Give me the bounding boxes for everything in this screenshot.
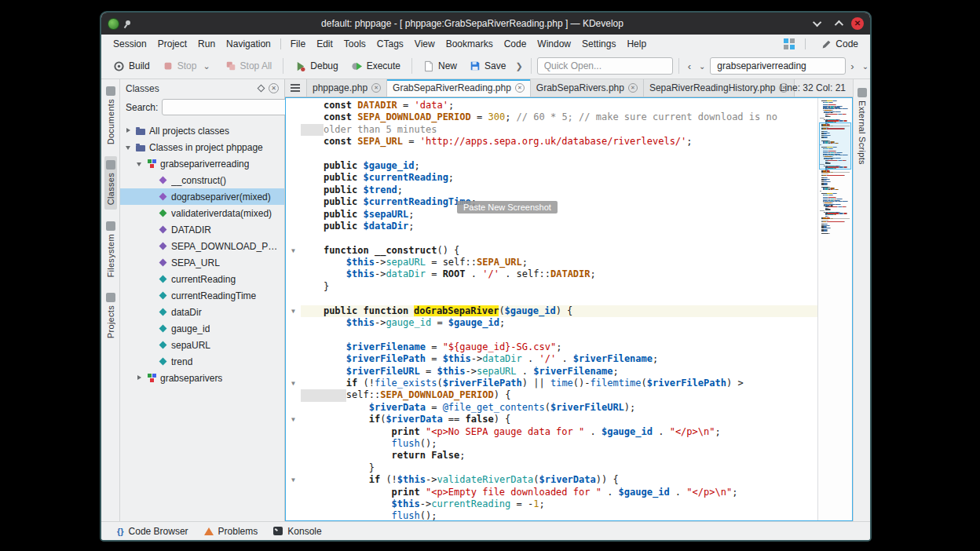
menu-settings[interactable]: Settings [576,36,621,52]
code-line[interactable]: $riverFilePath = $this->dataDir . '/' . … [286,353,817,365]
code-line[interactable]: print "<p>No SEPA gauge data for " . $ga… [286,426,817,438]
tree-item-grabseparivers[interactable]: grabseparivers [120,370,284,386]
code-line[interactable]: self::SEPA_DOWNLOAD_PERIOD) { [286,389,817,401]
menu-help[interactable]: Help [621,36,652,52]
code-line[interactable]: public $trend; [286,184,817,196]
code-line[interactable]: } [286,462,817,474]
menu-run[interactable]: Run [192,36,221,52]
code-line[interactable]: flush(); [286,510,817,520]
menu-ctags[interactable]: CTags [371,36,409,52]
code-line[interactable]: $this->sepaURL = self::SEPA_URL; [286,257,817,268]
menu-view[interactable]: View [409,36,441,52]
code-line[interactable]: $riverData = @file_get_contents($riverFi… [286,402,817,414]
code-line[interactable]: $this->gauge_id = $gauge_id; [286,317,817,329]
menu-window[interactable]: Window [532,36,576,52]
code-line[interactable]: older than 5 minutes [286,124,817,136]
tree-item-datadir[interactable]: DATADIR [120,221,284,238]
code-line[interactable]: } [286,281,817,293]
code-line[interactable]: $riverFilename = "${gauge_id}-SG.csv"; [286,341,817,353]
fold-marker-icon[interactable]: ▼ [286,414,301,425]
fold-marker-icon[interactable]: ▼ [286,474,301,486]
search-prev-dropdown-icon[interactable]: ⌄ [696,60,708,72]
execute-button[interactable]: Execute [346,57,406,75]
tree-item-datadir[interactable]: dataDir [120,304,284,320]
area-switcher-icon[interactable] [784,38,795,49]
tab-close-icon[interactable] [628,83,638,93]
code-line[interactable]: $riverFileURL = $this->sepaURL . $riverF… [286,366,817,378]
search-next-button[interactable]: › [847,59,857,74]
code-line[interactable]: public $sepaURL; [286,209,817,221]
code-line[interactable] [286,148,817,160]
tree-item-sepaurl[interactable]: sepaURL [120,337,284,353]
menu-session[interactable]: Session [108,36,152,52]
fold-marker-icon[interactable]: ▼ [286,305,301,317]
tree-item-sepa-download-period[interactable]: SEPA_DOWNLOAD_PERIOD [120,238,284,254]
dock-tab-documents[interactable]: Documents [104,82,117,148]
code-line[interactable]: ▼ function __construct() { [286,245,817,257]
code-line[interactable]: ▼ if (!$this->validateRiverData($riverDa… [286,474,817,486]
dock-tab-problems[interactable]: Problems [198,524,265,538]
dock-tab-projects[interactable]: Projects [104,289,117,342]
tree-item-sepa-url[interactable]: SEPA_URL [120,254,284,271]
code-line[interactable]: $this->currentReading = -1; [286,498,817,510]
minimap-viewport[interactable] [819,122,851,170]
new-button[interactable]: New [418,57,463,75]
dock-tab-external-scripts[interactable]: External Scripts [856,84,868,169]
tab-close-icon[interactable] [371,83,381,93]
code-line[interactable]: print "<p>Empty file downloaded for " . … [286,487,817,498]
quick-open-input[interactable] [537,57,673,75]
tree-item-currentreading[interactable]: currentReading [120,271,284,287]
close-button[interactable]: ✕ [851,17,864,30]
toolbar-extender-icon[interactable]: ❯ [513,61,525,71]
dock-tab-filesystem[interactable]: Filesystem [104,217,117,282]
code-line[interactable]: return False; [286,450,817,462]
tree-item-currentreadingtime[interactable]: currentReadingTime [120,287,284,304]
fold-marker-icon[interactable]: ▼ [286,245,301,257]
minimize-button[interactable] [812,17,825,30]
tab-close-icon[interactable] [515,83,525,93]
tab-phppage-php[interactable]: phppage.php [306,79,387,97]
code-line[interactable]: public $gauge_id; [286,160,817,172]
menu-code[interactable]: Code [499,36,532,52]
document-switcher-icon[interactable] [291,83,303,93]
classes-search-input[interactable] [162,99,294,115]
detach-panel-icon[interactable] [258,85,265,93]
minimap-scrollbar[interactable] [817,98,852,520]
tree-item-dograbsepariver-mixed[interactable]: dograbsepariver(mixed) [120,188,284,205]
code-line[interactable] [286,329,817,341]
dock-tab-code-browser[interactable]: {}Code Browser [111,524,195,538]
maximize-button[interactable] [832,17,844,30]
tab-grabseparivers-php[interactable]: GrabSepaRivers.php [531,79,644,97]
code-line[interactable]: const SEPA_DOWNLOAD_PERIOD = 300; // 60 … [286,111,817,123]
tab-grabsepariverreading-php[interactable]: GrabSepaRiverReading.php [387,79,531,97]
tree-item-gauge-id[interactable]: gauge_id [120,320,284,337]
code-lines[interactable]: const DATADIR = 'data'; const SEPA_DOWNL… [286,98,817,520]
code-area-button[interactable]: Code [816,37,864,51]
menu-navigation[interactable]: Navigation [221,36,276,52]
code-line[interactable]: ▼ if($riverData == false) { [286,414,817,425]
tree-item-validateriverdata-mixed[interactable]: validateriverdata(mixed) [120,205,284,221]
dock-tab-classes[interactable]: Classes [104,156,117,209]
symbol-search-input[interactable] [710,57,846,75]
tree-item-grabsepariverreading[interactable]: grabsepariverreading [120,155,284,172]
code-line[interactable]: public $currentReading; [286,172,817,184]
tree-item-all-projects-classes[interactable]: All projects classes [120,122,284,139]
menu-bookmarks[interactable]: Bookmarks [441,36,499,52]
save-button[interactable]: Save [464,57,511,75]
expander-collapsed-icon[interactable] [124,126,133,135]
code-line[interactable]: public $dataDir; [286,221,817,232]
code-line[interactable]: const SEPA_URL = 'http://apps.sepa.org.u… [286,136,817,148]
menu-project[interactable]: Project [152,36,192,52]
code-line[interactable] [286,293,817,305]
expander-expanded-icon[interactable] [135,159,144,168]
titlebar[interactable]: default: phppage - [ phppage:GrabSepaRiv… [101,13,870,35]
code-line[interactable] [286,232,817,244]
menu-tools[interactable]: Tools [338,36,371,52]
fold-marker-icon[interactable]: ▼ [286,378,301,389]
code-line[interactable]: public $currentReadingTime; [286,196,817,208]
code-line[interactable]: $this->dataDir = ROOT . '/' . self::DATA… [286,268,817,280]
editor[interactable]: const DATADIR = 'data'; const SEPA_DOWNL… [285,97,853,521]
tree-item-classes-in-project-phppage[interactable]: Classes in project phppage [120,139,284,155]
menu-edit[interactable]: Edit [311,36,338,52]
expander-collapsed-icon[interactable] [135,374,144,382]
